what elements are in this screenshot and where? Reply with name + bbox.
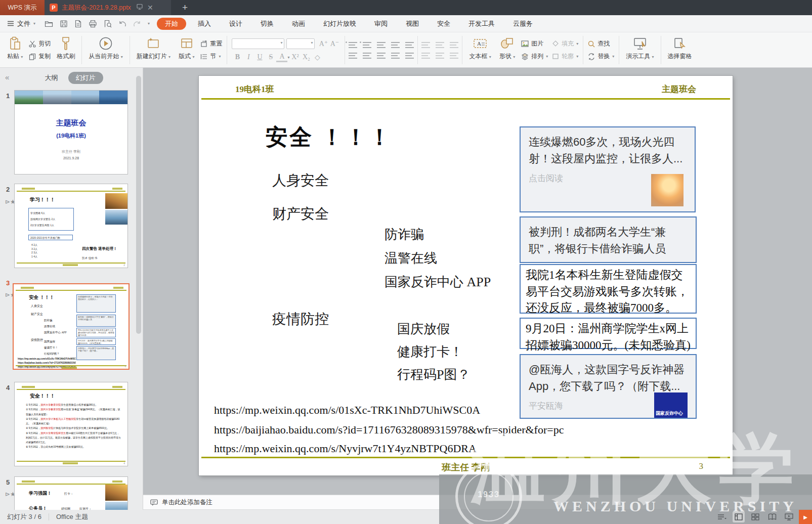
current-slide[interactable]: 19电科1班 主题班会 安全 ！！！ 人身安全 财产安全 防诈骗 温警在线 国家… — [199, 76, 733, 475]
file-menu-button[interactable]: 文件 ▾ — [0, 19, 40, 28]
undo-icon[interactable] — [118, 20, 126, 27]
slide-4-thumbnail[interactable]: 安全！！！ ① 9月16日，温州大学教育学院学生使用微信小程序被骗380元。 ②… — [14, 382, 128, 466]
arrange-button[interactable]: 排列▾ — [521, 52, 548, 61]
textbox-button[interactable]: A 文本框 ▾ — [465, 34, 495, 66]
notes-bar[interactable]: 单击此处添加备注 — [143, 495, 812, 510]
slideshow-view-icon[interactable] — [783, 511, 795, 522]
document-tab[interactable]: P 主题班会-2021.9.28.pptx ✕ — [45, 0, 171, 15]
link-2[interactable]: https://baijiahao.baidu.com/s?id=1711676… — [214, 423, 564, 436]
pin-tab-icon[interactable] — [136, 3, 143, 12]
vertical-align-icon[interactable] — [421, 53, 430, 59]
subtopic-wenjing-online[interactable]: 温警在线 — [384, 249, 437, 267]
redo-icon[interactable] — [133, 20, 141, 27]
increase-indent-icon[interactable] — [391, 42, 400, 48]
bold-button[interactable]: B — [232, 53, 243, 61]
subscript-button[interactable]: X₂ — [301, 53, 312, 61]
align-center-icon[interactable] — [363, 53, 371, 59]
app-home-tab[interactable]: WPS 演示 — [0, 0, 45, 15]
subtopic-health-checkin[interactable]: 健康打卡！ — [397, 343, 463, 361]
numbering-icon[interactable] — [363, 42, 371, 48]
tab-slideshow[interactable]: 幻灯片放映 — [315, 18, 365, 30]
autofit-icon[interactable] — [436, 53, 444, 59]
tab-review[interactable]: 审阅 — [366, 18, 396, 30]
normal-view-icon[interactable] — [733, 511, 745, 522]
tab-outline[interactable]: 大纲 — [40, 72, 63, 84]
font-size-select[interactable] — [286, 38, 315, 49]
outline-button[interactable]: 轮廓▾ — [552, 52, 578, 61]
tab-slides[interactable]: 幻灯片 — [68, 72, 103, 84]
tab-security[interactable]: 安全 — [429, 18, 459, 30]
paste-button[interactable]: 粘贴 ▾ — [3, 34, 27, 66]
tab-insert[interactable]: 插入 — [189, 18, 220, 30]
notes-toggle-icon[interactable] — [716, 511, 728, 522]
paragraph-more-icon[interactable] — [450, 42, 458, 48]
toolbar-more-icon[interactable]: ▾ — [148, 21, 150, 26]
section-button[interactable]: 节▾ — [200, 52, 222, 61]
text-direction-icon[interactable] — [405, 42, 414, 48]
clear-format-button[interactable]: ◇ — [312, 53, 323, 62]
cut-button[interactable]: 剪切 — [29, 39, 51, 48]
superscript-button[interactable]: X² — [289, 53, 301, 61]
slide-3-thumbnail-selected[interactable]: 安全 ！！！ 人身安全 财产安全 防诈骗 温警在线 国家反诈中心 APP 疫情防… — [13, 283, 130, 370]
topic-pandemic-control[interactable]: 疫情防控 — [272, 310, 329, 329]
columns-icon[interactable] — [436, 42, 444, 48]
shapes-button[interactable]: 形状 ▾ — [495, 34, 519, 66]
print-preview-icon[interactable] — [104, 20, 112, 28]
tab-transition[interactable]: 切换 — [252, 18, 282, 30]
topic-personal-safety[interactable]: 人身安全 — [272, 171, 329, 190]
link-1[interactable]: https://mp.weixin.qq.com/s/01sXc-TRK1NhD… — [214, 404, 480, 417]
sidebar-scrollbar[interactable] — [136, 73, 141, 503]
tab-devtools[interactable]: 开发工具 — [460, 18, 503, 30]
news-card-explosion[interactable]: 连续爆燃60多次，现场火光四射！这段屋内监控，让很多人... 点击阅读 — [520, 126, 696, 212]
close-tab-icon[interactable]: ✕ — [147, 4, 153, 12]
find-button[interactable]: 查找 — [588, 39, 614, 48]
slide-title[interactable]: 安全 ！！！ — [266, 122, 392, 152]
slide-1-thumbnail[interactable]: 主题班会 (19电科1班) 班主任 李刚 2021.9.28 — [14, 90, 128, 174]
increase-font-button[interactable]: A⁺ — [318, 39, 329, 48]
selection-pane-button[interactable]: 选择窗格 — [664, 34, 696, 66]
copy-button[interactable]: 复制 — [29, 52, 51, 61]
play-from-current-button[interactable]: 从当前开始 ▾ — [84, 34, 126, 66]
news-card-game-scam[interactable]: 我院1名本科生新生登陆虚假交易平台交易游戏账号多次转账，还没反应，最终被骗700… — [520, 264, 697, 314]
subtopic-travel-code[interactable]: 行程码P图？ — [397, 366, 470, 383]
format-painter-button[interactable]: 格式刷 — [53, 34, 79, 66]
slide-sorter-icon[interactable] — [749, 511, 761, 522]
reset-button[interactable]: 重置 — [200, 39, 222, 48]
subtopic-anti-fraud-app[interactable]: 国家反诈中心 APP — [384, 273, 491, 291]
subtopic-national-holiday[interactable]: 国庆放假 — [397, 320, 450, 338]
strikethrough-button[interactable]: S — [265, 53, 276, 61]
bullets-icon[interactable] — [349, 42, 357, 48]
font-family-select[interactable] — [232, 38, 284, 49]
decrease-font-button[interactable]: A⁻ — [329, 39, 340, 48]
underline-button[interactable]: U — [254, 53, 265, 61]
news-card-antifraud-app[interactable]: @瓯海人，这款国字号反诈神器App，您下载了吗？（附下载... 平安瓯海 国家反… — [520, 354, 697, 419]
layout-button[interactable]: 版式 ▾ — [175, 34, 198, 66]
export-pdf-icon[interactable] — [74, 20, 82, 28]
theme-name[interactable]: Office 主题 — [49, 512, 95, 521]
save-icon[interactable] — [60, 20, 68, 28]
slide-5-thumbnail[interactable]: 学习强国！ 打卡： 公务员！ 研招网 应届生： — [14, 476, 128, 510]
subtopic-anti-fraud[interactable]: 防诈骗 — [384, 226, 424, 243]
fill-button[interactable]: 填充▾ — [552, 39, 578, 48]
link-3[interactable]: https://mp.weixin.qq.com/s/Nyvjrw7t1Y4yz… — [214, 442, 477, 455]
topic-property-safety[interactable]: 财产安全 — [272, 204, 329, 224]
presentation-tools-button[interactable]: 演示工具 ▾ — [622, 34, 658, 66]
italic-button[interactable]: I — [243, 53, 254, 61]
font-color-button[interactable]: A — [276, 53, 287, 62]
tab-cloud[interactable]: 云服务 — [504, 18, 541, 30]
notes-placeholder[interactable]: 单击此处添加备注 — [162, 498, 212, 507]
align-right-icon[interactable] — [377, 53, 386, 59]
news-card-sept20-scam[interactable]: 9月20日：温州商学院学生x网上招嫖被骗30000元。(未知悉验真) — [520, 318, 697, 349]
align-left-icon[interactable] — [349, 53, 357, 59]
line-spacing-icon[interactable] — [421, 42, 430, 48]
new-slide-button[interactable]: 新建幻灯片 ▾ — [133, 34, 175, 66]
replace-button[interactable]: 替换▾ — [588, 52, 614, 61]
picture-button[interactable]: 图片 — [521, 39, 548, 48]
new-tab-button[interactable]: + — [182, 0, 188, 15]
reading-view-icon[interactable] — [766, 511, 778, 522]
tab-view[interactable]: 视图 — [397, 18, 428, 30]
tab-design[interactable]: 设计 — [221, 18, 251, 30]
print-icon[interactable] — [89, 20, 97, 28]
news-card-sentenced[interactable]: 被判刑！成都两名大学生“兼职”，将银行卡借给诈骗人员 — [520, 216, 697, 263]
decrease-indent-icon[interactable] — [377, 42, 386, 48]
